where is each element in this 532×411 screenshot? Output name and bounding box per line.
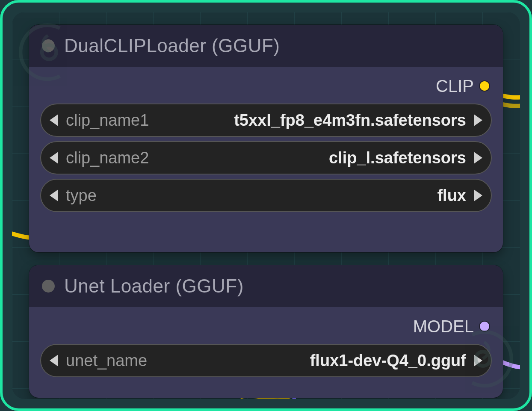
node-titlebar[interactable]: Unet Loader (GGUF) [29, 265, 503, 307]
widget-label: type [66, 186, 97, 205]
output-socket-clip[interactable] [480, 81, 489, 91]
widget-value[interactable]: flux1-dev-Q4_0.gguf [155, 352, 466, 370]
node-collapse-dot[interactable] [42, 280, 55, 293]
node-collapse-dot[interactable] [42, 39, 55, 52]
chevron-left-icon[interactable] [50, 152, 58, 164]
widget-label: unet_name [66, 352, 147, 370]
chevron-left-icon[interactable] [50, 355, 58, 367]
node-unet-loader[interactable]: Unet Loader (GGUF) MODEL unet_name flux1… [29, 265, 503, 398]
widget-label: clip_name2 [66, 149, 149, 167]
widget-label: clip_name1 [66, 111, 149, 130]
chevron-left-icon[interactable] [50, 114, 58, 126]
output-row-clip: CLIP [40, 74, 492, 98]
node-dualcliploader[interactable]: DualCLIPLoader (GGUF) CLIP clip_name1 t5… [29, 25, 503, 252]
output-socket-model[interactable] [480, 322, 489, 331]
output-label: MODEL [413, 317, 474, 336]
chevron-right-icon[interactable] [474, 189, 482, 201]
widget-unet-name[interactable]: unet_name flux1-dev-Q4_0.gguf [40, 344, 492, 377]
chevron-right-icon[interactable] [474, 355, 482, 367]
chevron-left-icon[interactable] [50, 189, 58, 201]
output-label: CLIP [436, 77, 474, 96]
chevron-right-icon[interactable] [474, 114, 482, 126]
node-graph-canvas[interactable]: DualCLIPLoader (GGUF) CLIP clip_name1 t5… [12, 12, 520, 399]
widget-type[interactable]: type flux [40, 179, 492, 212]
widget-value[interactable]: t5xxl_fp8_e4m3fn.safetensors [157, 111, 466, 130]
chevron-right-icon[interactable] [474, 152, 482, 164]
widget-value[interactable]: clip_l.safetensors [157, 149, 466, 167]
widget-clip-name2[interactable]: clip_name2 clip_l.safetensors [40, 141, 492, 174]
node-title: Unet Loader (GGUF) [64, 275, 244, 297]
widget-value[interactable]: flux [104, 186, 466, 205]
output-row-model: MODEL [40, 315, 492, 338]
widget-clip-name1[interactable]: clip_name1 t5xxl_fp8_e4m3fn.safetensors [40, 103, 492, 137]
node-title: DualCLIPLoader (GGUF) [64, 35, 280, 56]
node-titlebar[interactable]: DualCLIPLoader (GGUF) [29, 25, 503, 67]
